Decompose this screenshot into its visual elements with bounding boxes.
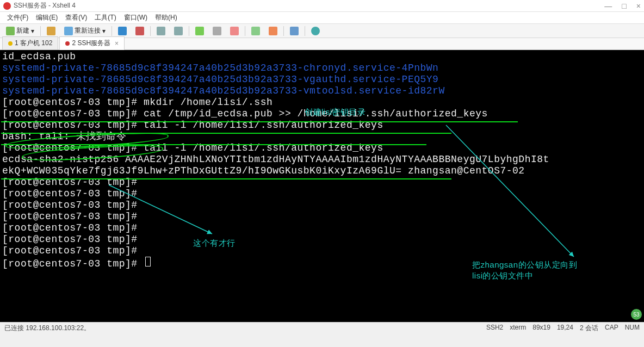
separator <box>112 26 112 36</box>
dropdown-icon: ▾ <box>31 27 34 35</box>
terminal-line: id_ecdsa.pub <box>2 51 642 63</box>
terminal-line: systemd-private-78685d9c8f394247a40b25d3… <box>2 74 642 85</box>
terminal-line: systemd-private-78685d9c8f394247a40b25d3… <box>2 85 642 97</box>
refresh-icon <box>64 27 73 35</box>
tb-icon-9[interactable] <box>265 25 281 37</box>
minimize-button[interactable]: — <box>604 2 612 10</box>
status-connection: 已连接 192.168.100.103:22。 <box>4 324 486 333</box>
terminal-line: [root@centos7-03 tmp]# <box>2 211 642 222</box>
tb-icon-8[interactable] <box>247 25 264 37</box>
tb-icon-10[interactable] <box>286 25 302 37</box>
help-icon <box>311 27 320 35</box>
menu-window[interactable]: 窗口(W) <box>120 12 151 23</box>
window-icon <box>118 27 127 35</box>
close-button[interactable]: × <box>636 2 641 10</box>
search-icon <box>195 27 204 35</box>
annotation-text-2: 这个有才行 <box>193 237 236 249</box>
tb-icon-1[interactable] <box>114 25 131 37</box>
status-dot-icon <box>8 41 13 46</box>
status-dot-icon <box>65 41 70 46</box>
status-size: 89x19 <box>532 324 550 333</box>
terminal-line: systemd-private-78685d9c8f394247a40b25d3… <box>2 63 642 74</box>
folder-icon <box>47 27 55 35</box>
menu-help[interactable]: 帮助(H) <box>151 12 181 23</box>
terminal-line: ekQ+WCW035qYke7fgj63Jf9Lhw+zPThDxGUttZ9/… <box>2 165 642 177</box>
separator <box>283 26 284 36</box>
menu-file[interactable]: 文件(F) <box>3 12 32 23</box>
terminal-line: [root@centos7-03 tmp]# <box>2 200 642 211</box>
session-tabs: 1 客户机 102 2 SSH服务器 × <box>0 38 644 50</box>
open-button[interactable] <box>43 25 59 37</box>
annotation-text-3b: lisi的公钥文件中 <box>472 270 534 281</box>
status-term: xterm <box>510 324 526 333</box>
tab-client-102[interactable]: 1 客户机 102 <box>2 36 58 49</box>
status-pos: 19,24 <box>557 324 573 333</box>
separator <box>189 26 189 36</box>
grid-icon <box>251 27 260 35</box>
disconnect-icon <box>135 27 144 35</box>
script-icon <box>269 27 277 35</box>
tb-icon-5[interactable] <box>191 25 208 37</box>
app-icon <box>3 2 11 10</box>
paste-icon <box>174 27 183 35</box>
title-bar: SSH服务器 - Xshell 4 — □ × <box>0 0 644 12</box>
dropdown-icon: ▾ <box>102 27 106 35</box>
status-right: SSH2 xterm 89x19 19,24 2 会话 CAP NUM <box>486 324 640 333</box>
menu-tools[interactable]: 工具(T) <box>91 12 120 23</box>
font-icon <box>213 27 221 35</box>
window-controls: — □ × <box>604 2 641 10</box>
annotation-text-1: 创建lisi密钥目录 <box>305 106 366 117</box>
copy-icon <box>157 27 165 35</box>
tab-ssh-server[interactable]: 2 SSH服务器 × <box>59 36 125 50</box>
menu-bar: 文件(F) 编辑(E) 查看(V) 工具(T) 窗口(W) 帮助(H) <box>0 12 644 24</box>
separator <box>40 26 41 36</box>
status-sessions: 2 会话 <box>580 324 598 333</box>
tb-icon-4[interactable] <box>170 25 187 37</box>
menu-view[interactable]: 查看(V) <box>61 12 91 23</box>
tb-icon-7[interactable] <box>226 25 243 37</box>
separator <box>150 26 151 36</box>
color-icon <box>230 27 239 35</box>
reconnect-label: 重新连接 <box>75 26 101 35</box>
tb-icon-6[interactable] <box>209 25 225 37</box>
new-label: 新建 <box>16 26 29 35</box>
tb-icon-help[interactable] <box>307 25 324 37</box>
separator <box>245 26 245 36</box>
annotation-underline <box>1 178 451 179</box>
gear-icon <box>290 27 299 35</box>
maximize-button[interactable]: □ <box>622 2 626 10</box>
annotation-text-3a: 把zhangsan的公钥从定向到 <box>472 259 577 270</box>
new-button[interactable]: 新建▾ <box>2 24 38 37</box>
tb-icon-3[interactable] <box>153 25 169 37</box>
terminal-line: [root@centos7-03 tmp]# <box>2 188 642 200</box>
menu-edit[interactable]: 编辑(E) <box>32 12 61 23</box>
separator <box>305 26 305 36</box>
status-num: NUM <box>625 324 640 333</box>
reconnect-button[interactable]: 重新连接▾ <box>60 24 109 37</box>
close-tab-icon[interactable]: × <box>115 40 119 47</box>
status-bar: 已连接 192.168.100.103:22。 SSH2 xterm 89x19… <box>0 322 644 334</box>
terminal-line: [root@centos7-03 tmp]# <box>2 245 642 257</box>
status-proto: SSH2 <box>486 324 503 333</box>
annotation-underline <box>1 133 451 134</box>
tab-label: 2 SSH服务器 <box>72 39 110 48</box>
tb-icon-2[interactable] <box>132 25 148 37</box>
annotation-underline <box>1 121 518 122</box>
watermark-badge: 53 <box>631 309 642 320</box>
plus-icon <box>6 27 15 35</box>
terminal[interactable]: 创建lisi密钥目录 这个有才行 把zhangsan的公钥从定向到 lisi的公… <box>0 50 644 322</box>
tab-label: 1 客户机 102 <box>15 39 52 48</box>
window-title: SSH服务器 - Xshell 4 <box>14 1 604 10</box>
status-cap: CAP <box>605 324 618 333</box>
terminal-line: [root@centos7-03 tmp]# <box>2 234 642 245</box>
terminal-line: [root@centos7-03 tmp]# <box>2 222 642 234</box>
